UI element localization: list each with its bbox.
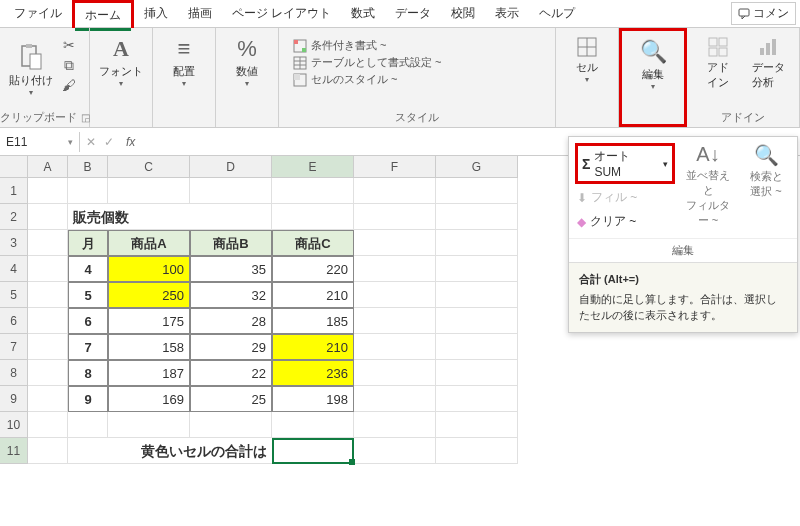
menu-insert[interactable]: 挿入 — [134, 1, 178, 26]
cell-selected[interactable] — [272, 438, 354, 464]
cell[interactable] — [354, 230, 436, 256]
col-header-c[interactable]: C — [108, 156, 190, 178]
cell[interactable] — [436, 230, 518, 256]
cell[interactable]: 35 — [190, 256, 272, 282]
cell[interactable] — [436, 282, 518, 308]
col-header-f[interactable]: F — [354, 156, 436, 178]
cell[interactable]: 22 — [190, 360, 272, 386]
col-header-e[interactable]: E — [272, 156, 354, 178]
cell[interactable] — [28, 178, 68, 204]
cell[interactable] — [436, 360, 518, 386]
cell[interactable] — [354, 178, 436, 204]
insert-function-button[interactable]: fx — [122, 135, 139, 149]
format-painter-button[interactable]: 🖌 — [58, 76, 80, 94]
cell[interactable] — [28, 256, 68, 282]
cell[interactable] — [272, 178, 354, 204]
addins-button[interactable]: アド イン — [693, 32, 743, 94]
cell[interactable] — [108, 178, 190, 204]
cell[interactable]: 28 — [190, 308, 272, 334]
comments-button[interactable]: コメン — [731, 2, 796, 25]
cell[interactable]: 175 — [108, 308, 190, 334]
menu-view[interactable]: 表示 — [485, 1, 529, 26]
cell[interactable]: 9 — [68, 386, 108, 412]
cell[interactable]: 32 — [190, 282, 272, 308]
cell[interactable] — [354, 386, 436, 412]
cell-title[interactable]: 販売個数 — [68, 204, 190, 230]
cell[interactable] — [272, 412, 354, 438]
cell[interactable] — [28, 386, 68, 412]
cell[interactable] — [354, 256, 436, 282]
menu-formulas[interactable]: 数式 — [341, 1, 385, 26]
conditional-formatting-button[interactable]: 条件付き書式 ~ — [293, 38, 541, 53]
cell[interactable]: 210 — [272, 334, 354, 360]
cell[interactable] — [436, 386, 518, 412]
cell[interactable] — [354, 360, 436, 386]
sort-filter-button[interactable]: A↓ 並べ替えと フィルター ~ — [683, 143, 733, 228]
col-header-d[interactable]: D — [190, 156, 272, 178]
fill-button[interactable]: ⬇ フィル ~ — [575, 187, 675, 208]
cell[interactable]: 185 — [272, 308, 354, 334]
cell[interactable]: 187 — [108, 360, 190, 386]
menu-file[interactable]: ファイル — [4, 1, 72, 26]
cell[interactable] — [68, 178, 108, 204]
menu-home[interactable]: ホーム — [72, 0, 134, 28]
menu-help[interactable]: ヘルプ — [529, 1, 585, 26]
cell[interactable] — [28, 412, 68, 438]
select-all-corner[interactable] — [0, 156, 28, 178]
cell[interactable] — [190, 178, 272, 204]
cell[interactable] — [436, 308, 518, 334]
cell[interactable] — [28, 438, 68, 464]
cell-styles-button[interactable]: セルのスタイル ~ — [293, 72, 541, 87]
cell[interactable] — [436, 204, 518, 230]
cell[interactable]: 6 — [68, 308, 108, 334]
cancel-formula-button[interactable]: ✕ — [86, 135, 96, 149]
paste-button[interactable]: 貼り付け ▾ — [6, 32, 56, 108]
row-header[interactable]: 5 — [0, 282, 28, 308]
name-box[interactable]: E11 ▾ — [0, 132, 80, 152]
number-format-button[interactable]: % 数値 ▾ — [222, 32, 272, 92]
cell[interactable] — [28, 204, 68, 230]
copy-button[interactable]: ⧉ — [58, 56, 80, 74]
cell[interactable]: 25 — [190, 386, 272, 412]
cell[interactable] — [28, 308, 68, 334]
row-header[interactable]: 8 — [0, 360, 28, 386]
confirm-formula-button[interactable]: ✓ — [104, 135, 114, 149]
cell[interactable]: 100 — [108, 256, 190, 282]
alignment-button[interactable]: ≡ 配置 ▾ — [159, 32, 209, 92]
menu-data[interactable]: データ — [385, 1, 441, 26]
cell[interactable]: 5 — [68, 282, 108, 308]
cell[interactable]: 7 — [68, 334, 108, 360]
cell[interactable] — [436, 438, 518, 464]
autosum-button[interactable]: Σ オート SUM ▾ — [575, 143, 675, 184]
menu-draw[interactable]: 描画 — [178, 1, 222, 26]
font-button[interactable]: A フォント ▾ — [96, 32, 146, 92]
row-header[interactable]: 1 — [0, 178, 28, 204]
cell[interactable]: 198 — [272, 386, 354, 412]
cell[interactable] — [354, 308, 436, 334]
cell[interactable] — [190, 204, 272, 230]
find-select-button[interactable]: 🔍 検索と 選択 ~ — [741, 143, 791, 199]
format-as-table-button[interactable]: テーブルとして書式設定 ~ — [293, 55, 541, 70]
row-header[interactable]: 7 — [0, 334, 28, 360]
cell[interactable] — [436, 412, 518, 438]
cell[interactable]: 250 — [108, 282, 190, 308]
header-product-c[interactable]: 商品C — [272, 230, 354, 256]
cell[interactable]: 169 — [108, 386, 190, 412]
cell[interactable] — [354, 204, 436, 230]
cell[interactable] — [354, 282, 436, 308]
row-header[interactable]: 9 — [0, 386, 28, 412]
editing-button[interactable]: 🔍 編集 ▾ — [628, 35, 678, 95]
data-analysis-button[interactable]: データ 分析 — [743, 32, 793, 94]
row-header[interactable]: 10 — [0, 412, 28, 438]
cell[interactable] — [354, 412, 436, 438]
cell[interactable] — [354, 334, 436, 360]
cell[interactable]: 210 — [272, 282, 354, 308]
cell[interactable] — [28, 230, 68, 256]
cell[interactable] — [436, 256, 518, 282]
row-header[interactable]: 6 — [0, 308, 28, 334]
dialog-launcher-icon[interactable]: ◲ — [81, 112, 90, 123]
cell[interactable] — [28, 334, 68, 360]
cell-sum-label[interactable]: 黄色いセルの合計は — [68, 438, 272, 464]
header-product-a[interactable]: 商品A — [108, 230, 190, 256]
cells-button[interactable]: セル ▾ — [562, 32, 612, 88]
